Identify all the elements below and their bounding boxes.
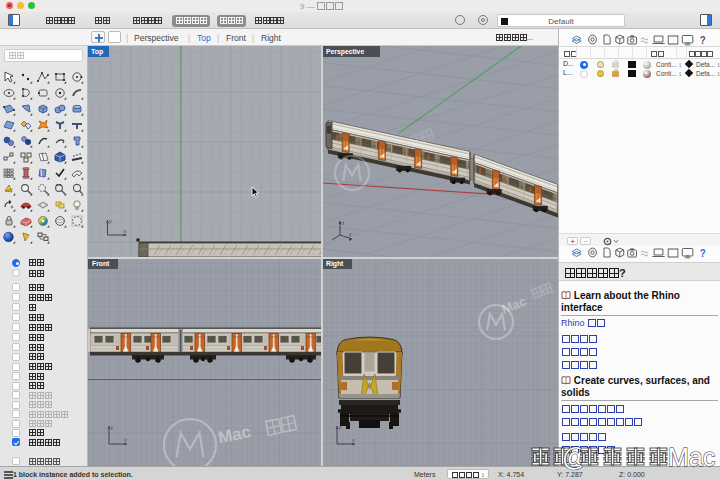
svg-text:y: y	[339, 424, 342, 430]
svg-text:y: y	[109, 218, 112, 224]
svg-text:x: x	[124, 228, 127, 234]
svg-text:Top: Top	[91, 48, 103, 56]
svg-text:x: x	[124, 437, 127, 443]
svg-text:Mac: Mac	[668, 443, 715, 471]
svg-text:x: x	[352, 437, 355, 443]
svg-text:?: ?	[700, 247, 706, 259]
svg-text:Right: Right	[326, 260, 344, 268]
svg-text:Perspective: Perspective	[326, 48, 364, 56]
svg-text:Front: Front	[92, 260, 110, 267]
svg-text:?: ?	[700, 34, 706, 46]
svg-text:y: y	[111, 424, 114, 430]
